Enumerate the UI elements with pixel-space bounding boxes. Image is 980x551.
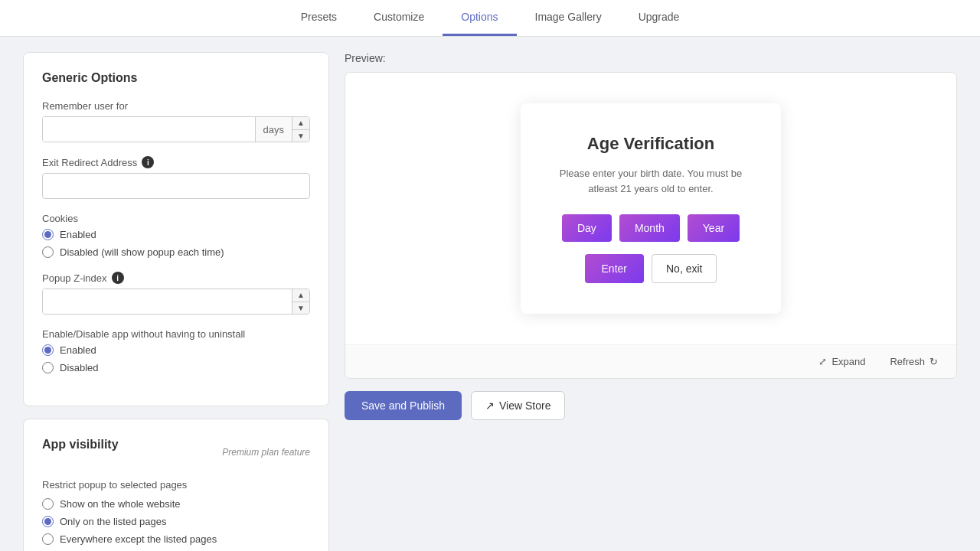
left-panel: Generic Options Remember user for 10 day… bbox=[23, 52, 329, 551]
app-disabled-label: Disabled bbox=[60, 362, 99, 373]
except-listed-label: Everywhere except the listed pages bbox=[60, 533, 217, 545]
popup-description: Please enter your birth date. You must b… bbox=[559, 166, 743, 196]
generic-options-card: Generic Options Remember user for 10 day… bbox=[23, 52, 329, 406]
action-bar: Save and Publish ↗ View Store bbox=[345, 391, 957, 420]
cookies-disabled-radio[interactable] bbox=[42, 246, 54, 258]
refresh-button[interactable]: Refresh ↻ bbox=[884, 353, 944, 370]
remember-user-input[interactable]: 10 bbox=[43, 117, 255, 142]
except-listed-option[interactable]: Everywhere except the listed pages bbox=[42, 533, 310, 545]
whole-website-radio[interactable] bbox=[42, 498, 54, 510]
exit-redirect-group: Exit Redirect Address i http://www.googl… bbox=[42, 156, 310, 199]
exit-redirect-label: Exit Redirect Address i bbox=[42, 156, 310, 168]
popup-month-button[interactable]: Month bbox=[619, 214, 680, 242]
popup-zindex-down[interactable]: ▼ bbox=[292, 302, 309, 315]
preview-actions-bar: ⤢ Expand Refresh ↻ bbox=[345, 344, 956, 378]
popup-zindex-group: Popup Z-index i 999999999 ▲ ▼ bbox=[42, 272, 310, 315]
expand-label: Expand bbox=[831, 356, 865, 367]
remember-user-down[interactable]: ▼ bbox=[292, 130, 309, 142]
popup-zindex-label: Popup Z-index i bbox=[42, 272, 310, 284]
enable-disable-radio-group: Enabled Disabled bbox=[42, 344, 310, 373]
tab-customize[interactable]: Customize bbox=[355, 0, 443, 36]
popup-year-button[interactable]: Year bbox=[688, 214, 740, 242]
popup-action-row: Enter No, exit bbox=[559, 254, 743, 283]
save-publish-button[interactable]: Save and Publish bbox=[345, 391, 462, 420]
app-visibility-card: App visibility Premium plan feature Rest… bbox=[23, 419, 329, 551]
restrict-popup-label: Restrict popup to selected pages bbox=[42, 479, 310, 491]
popup-zindex-input[interactable]: 999999999 bbox=[43, 289, 292, 314]
popup-zindex-input-wrapper: 999999999 ▲ ▼ bbox=[42, 289, 310, 315]
preview-label: Preview: bbox=[345, 52, 957, 64]
cookies-group: Cookies Enabled Disabled (will show popu… bbox=[42, 213, 310, 258]
popup-zindex-info-icon[interactable]: i bbox=[112, 272, 124, 284]
whole-website-label: Show on the whole website bbox=[60, 498, 181, 510]
external-link-icon: ↗ bbox=[485, 399, 495, 412]
refresh-label: Refresh bbox=[890, 356, 925, 367]
tab-upgrade[interactable]: Upgrade bbox=[620, 0, 698, 36]
enable-disable-label: Enable/Disable app without having to uni… bbox=[42, 328, 310, 340]
popup-enter-button[interactable]: Enter bbox=[585, 254, 644, 283]
enable-disable-group: Enable/Disable app without having to uni… bbox=[42, 328, 310, 373]
days-suffix: days bbox=[255, 117, 292, 142]
popup-date-row: Day Month Year bbox=[559, 214, 743, 242]
app-enabled-option[interactable]: Enabled bbox=[42, 344, 310, 356]
cookies-enabled-option[interactable]: Enabled bbox=[42, 229, 310, 240]
remember-user-up[interactable]: ▲ bbox=[292, 117, 309, 130]
preview-container: Age Verification Please enter your birth… bbox=[345, 72, 957, 379]
cookies-disabled-label: Disabled (will show popup each time) bbox=[60, 246, 224, 258]
listed-pages-option[interactable]: Only on the listed pages bbox=[42, 516, 310, 527]
expand-icon: ⤢ bbox=[818, 356, 827, 367]
exit-redirect-info-icon[interactable]: i bbox=[142, 156, 154, 168]
remember-user-spinner: ▲ ▼ bbox=[292, 117, 309, 142]
restrict-popup-group: Restrict popup to selected pages Show on… bbox=[42, 479, 310, 545]
listed-pages-label: Only on the listed pages bbox=[60, 516, 166, 527]
expand-button[interactable]: ⤢ Expand bbox=[812, 353, 871, 370]
view-store-label: View Store bbox=[499, 399, 550, 412]
cookies-disabled-option[interactable]: Disabled (will show popup each time) bbox=[42, 246, 310, 258]
popup-exit-button[interactable]: No, exit bbox=[652, 254, 717, 283]
remember-user-input-wrapper: 10 days ▲ ▼ bbox=[42, 116, 310, 142]
view-store-button[interactable]: ↗ View Store bbox=[471, 391, 565, 420]
nav-tabs: Presets Customize Options Image Gallery … bbox=[283, 0, 698, 36]
popup-zindex-up[interactable]: ▲ bbox=[292, 289, 309, 302]
tab-options[interactable]: Options bbox=[443, 0, 516, 36]
cookies-radio-group: Enabled Disabled (will show popup each t… bbox=[42, 229, 310, 258]
age-verification-popup: Age Verification Please enter your birth… bbox=[521, 103, 781, 314]
listed-pages-radio[interactable] bbox=[42, 516, 54, 527]
app-visibility-title: App visibility bbox=[42, 438, 119, 452]
cookies-label: Cookies bbox=[42, 213, 310, 224]
whole-website-option[interactable]: Show on the whole website bbox=[42, 498, 310, 510]
tab-presets[interactable]: Presets bbox=[283, 0, 355, 36]
popup-zindex-spinner: ▲ ▼ bbox=[292, 289, 309, 314]
preview-frame: Age Verification Please enter your birth… bbox=[345, 73, 956, 344]
exit-redirect-input[interactable]: http://www.google.com bbox=[42, 173, 310, 199]
remember-user-label: Remember user for bbox=[42, 100, 310, 112]
top-nav: Presets Customize Options Image Gallery … bbox=[0, 0, 980, 37]
premium-badge: Premium plan feature bbox=[222, 447, 310, 458]
remember-user-group: Remember user for 10 days ▲ ▼ bbox=[42, 100, 310, 142]
popup-day-button[interactable]: Day bbox=[562, 214, 612, 242]
app-disabled-radio[interactable] bbox=[42, 362, 54, 373]
generic-options-title: Generic Options bbox=[42, 71, 310, 85]
app-enabled-radio[interactable] bbox=[42, 344, 54, 356]
popup-title: Age Verification bbox=[559, 134, 743, 154]
app-enabled-label: Enabled bbox=[60, 344, 96, 356]
main-content: Generic Options Remember user for 10 day… bbox=[0, 37, 980, 551]
cookies-enabled-label: Enabled bbox=[60, 229, 96, 240]
app-visibility-header: App visibility Premium plan feature bbox=[42, 438, 310, 467]
cookies-enabled-radio[interactable] bbox=[42, 229, 54, 240]
right-panel: Preview: Age Verification Please enter y… bbox=[345, 52, 957, 551]
except-listed-radio[interactable] bbox=[42, 533, 54, 545]
app-disabled-option[interactable]: Disabled bbox=[42, 362, 310, 373]
refresh-icon: ↻ bbox=[929, 356, 938, 367]
visibility-radio-group: Show on the whole website Only on the li… bbox=[42, 498, 310, 545]
tab-image-gallery[interactable]: Image Gallery bbox=[517, 0, 620, 36]
